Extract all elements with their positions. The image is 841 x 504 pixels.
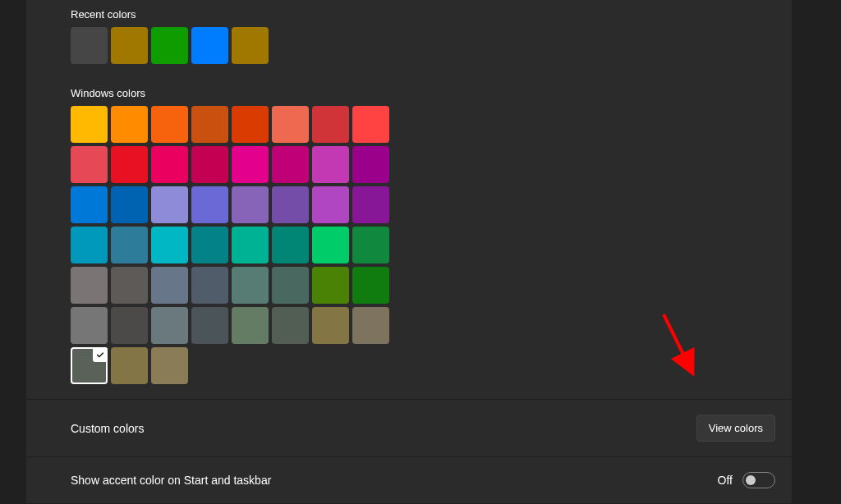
color-swatch[interactable] [151,146,188,183]
color-swatch[interactable] [312,267,349,304]
custom-colors-row: Custom colors View colors [26,399,792,456]
color-swatch[interactable] [352,227,389,263]
custom-colors-label: Custom colors [71,422,144,435]
color-swatch[interactable] [272,307,309,344]
color-swatch[interactable] [232,186,269,223]
color-swatch[interactable] [312,307,349,344]
color-row [71,227,775,263]
color-swatch[interactable] [151,267,188,304]
color-swatch[interactable] [191,267,228,304]
color-swatch[interactable] [191,186,228,223]
color-swatch[interactable] [312,186,349,223]
toggle-knob [746,475,756,485]
color-swatch[interactable] [111,27,148,64]
color-row [71,186,775,223]
color-swatch[interactable] [111,307,148,344]
color-swatch[interactable] [352,146,389,183]
color-swatch[interactable] [71,267,108,304]
windows-colors-section: Windows colors [26,67,792,384]
color-swatch[interactable] [111,146,148,183]
color-swatch[interactable] [111,186,148,223]
color-swatch[interactable] [352,307,389,344]
color-swatch[interactable] [312,227,349,263]
recent-colors-label: Recent colors [71,8,775,21]
color-row [71,267,775,304]
color-swatch[interactable] [272,106,309,143]
accent-start-taskbar-toggle-group: Off [718,472,775,488]
color-swatch[interactable] [111,106,148,143]
color-swatch[interactable] [111,227,148,263]
color-row [71,307,775,344]
accent-start-taskbar-state: Off [718,474,733,487]
color-row [71,146,775,183]
color-swatch[interactable] [312,106,349,143]
checkmark-icon [93,347,108,362]
color-swatch[interactable] [232,307,269,344]
color-swatch[interactable] [272,227,309,263]
settings-panel: Recent colors Windows colors Custom colo… [26,0,792,504]
windows-colors-label: Windows colors [71,87,775,99]
color-swatch[interactable] [111,267,148,304]
color-swatch[interactable] [71,27,108,64]
color-swatch[interactable] [71,307,108,344]
color-swatch[interactable] [151,307,188,344]
color-swatch[interactable] [191,106,228,143]
color-swatch[interactable] [71,347,108,384]
color-swatch[interactable] [272,267,309,304]
color-swatch[interactable] [191,307,228,344]
color-swatch[interactable] [71,227,108,263]
color-swatch[interactable] [111,347,148,384]
color-swatch[interactable] [151,106,188,143]
accent-start-taskbar-row: Show accent color on Start and taskbar O… [26,456,792,503]
color-swatch[interactable] [71,146,108,183]
color-swatch[interactable] [151,186,188,223]
color-swatch[interactable] [151,347,188,384]
color-swatch[interactable] [151,27,188,64]
color-swatch[interactable] [352,186,389,223]
color-swatch[interactable] [71,186,108,223]
recent-colors-section: Recent colors [26,0,792,64]
color-swatch[interactable] [71,106,108,143]
color-swatch[interactable] [191,227,228,263]
color-swatch[interactable] [352,106,389,143]
color-swatch[interactable] [352,267,389,304]
color-swatch[interactable] [232,267,269,304]
recent-colors-row [71,27,775,64]
view-colors-button[interactable]: View colors [696,415,775,442]
color-swatch[interactable] [232,27,269,64]
color-swatch[interactable] [232,227,269,263]
color-swatch[interactable] [232,106,269,143]
color-swatch[interactable] [191,146,228,183]
color-swatch[interactable] [272,146,309,183]
color-swatch[interactable] [272,186,309,223]
accent-start-taskbar-label: Show accent color on Start and taskbar [71,474,271,487]
color-swatch[interactable] [191,27,228,64]
color-row [71,347,775,384]
color-row [71,106,775,143]
windows-colors-grid [71,106,775,384]
color-swatch[interactable] [312,146,349,183]
color-swatch[interactable] [151,227,188,263]
accent-start-taskbar-toggle[interactable] [742,472,775,488]
color-swatch[interactable] [232,146,269,183]
